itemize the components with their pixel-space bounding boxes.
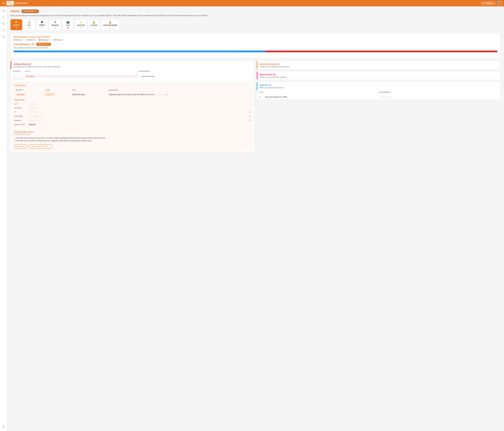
step-2: 2. Re-check your workflow to ensure that… xyxy=(14,140,251,142)
advice-table-header: TYPE STREAMNAME xyxy=(257,90,500,94)
critical-alerts-section: Critical Alerts (1) By expanding the ale… xyxy=(10,61,254,152)
critical-alert-detail: Critical Alert SEVERITY CODE TYPE MESSSA… xyxy=(12,82,252,150)
support-ticket-button[interactable]: Open Support Ticket ↗ xyxy=(29,144,52,149)
sidebar-item-extra[interactable]: ⊕ xyxy=(1,34,6,39)
support-label: Open Support Ticket xyxy=(32,145,47,148)
separator3: | xyxy=(52,39,52,41)
tab-lockedbyadmin[interactable]: 🔒 LOCKEDBYADMIN 1 xyxy=(101,19,119,30)
field-server: SERVER bingest-eu-fra-01 ⧉ xyxy=(14,118,251,123)
detail-type-header: TYPE xyxy=(71,88,108,92)
detail-message-value: Duplicated ingests have been found with … xyxy=(108,92,251,97)
action-buttons: ▶ Playout Open Support Ticket ↗ xyxy=(14,144,251,149)
tab-alerts[interactable]: 🔔 ALERTS 1 xyxy=(10,19,22,30)
right-alerts-column: Moderate Alerts (0) There are no moderat… xyxy=(257,61,501,152)
search-icon: 🔍 xyxy=(483,2,485,4)
detail-message-header: MESSSAGE xyxy=(108,88,251,92)
detail-critical-badge: 🔥 Critical xyxy=(16,93,26,96)
tab-all[interactable]: 📋 ALL ---- xyxy=(23,19,35,30)
user-avatar[interactable]: 👤 xyxy=(497,1,502,5)
fire-icon: 🔥 xyxy=(26,75,28,77)
documentation-button[interactable]: Documenation ↗ xyxy=(21,9,39,13)
separator1: | xyxy=(25,39,25,41)
alerts-columns: Critical Alerts (1) By expanding the ale… xyxy=(10,61,501,152)
expand-icon[interactable]: ▲ xyxy=(13,75,25,77)
detail-code-header: CODE xyxy=(44,88,71,92)
moderate-section-title: Moderate Alerts (0) xyxy=(260,63,498,65)
moderate-section-desc: There are no moderate alerts reported. xyxy=(260,66,498,68)
sidebar: ⊞ ≡ ⊕ ◎ ⊕ ⬇ xyxy=(0,6,7,155)
live-tab-icon: 📺 xyxy=(66,21,70,24)
critical-section-desc: By expanding the alerts you can learn mo… xyxy=(14,66,252,68)
tab-locked[interactable]: 🔒 LOCKED 1 xyxy=(88,19,100,30)
critical-badge: 🔥 Critical xyxy=(25,75,138,78)
copy-ip-button[interactable]: ⧉ xyxy=(249,111,251,113)
minor-badge: Minor: 0 xyxy=(27,39,35,41)
logo-image: nanoCLOUD xyxy=(6,1,14,5)
copy-server-button[interactable]: ⧉ xyxy=(249,119,251,122)
stream-info-title: Stream Info xyxy=(14,99,251,101)
advice-badge: Advices: 1 xyxy=(14,39,23,41)
external-link-icon2: ↗ xyxy=(47,43,49,45)
critical-table-header: SEVERITY TYPE ▲ STREAMNAME xyxy=(11,69,254,73)
sidebar-item-streams[interactable]: ≡ xyxy=(1,15,6,20)
alerts-description: Alerts are providing more transparent in… xyxy=(10,14,501,17)
tab-created[interactable]: ⬆ CREATED 1 xyxy=(49,19,61,30)
live-streams-header: Live Streams: 81 How to use ↗ xyxy=(14,43,497,46)
logo: nanoCLOUD Dashboard xyxy=(6,1,27,5)
tab-live[interactable]: 📺 LIVE 81 xyxy=(62,19,74,30)
moderate-alerts-section: Moderate Alerts (0) There are no moderat… xyxy=(257,61,501,69)
minor-section-desc: There are no minor alerts reported. xyxy=(260,76,498,78)
critical-section-title: Critical Alerts (1) xyxy=(14,63,252,65)
how-to-use-button[interactable]: How to use ↗ xyxy=(36,43,51,46)
field-ip: IP xxx.xxx.xxx.xxx ⧉ xyxy=(14,110,251,114)
deleted-tab-icon: ⚡ xyxy=(79,21,82,24)
responding-subtitle: A Step-by-Step Guide xyxy=(14,133,251,135)
hamburger-menu[interactable]: ☰ xyxy=(2,2,5,5)
detail-title: Critical Alert xyxy=(14,84,251,87)
advice-expand-icon[interactable]: ▼ xyxy=(259,96,265,98)
search-button[interactable]: 🔍 Search... xyxy=(481,1,495,5)
severity-header: SEVERITY xyxy=(13,70,25,72)
advice-streamname-header: STREAMNAME xyxy=(378,91,498,93)
code-badge[interactable]: 24103 ↗ xyxy=(45,93,54,96)
analysis-note: This analysis is based on the last 15 mi… xyxy=(14,47,497,49)
field-provider: PROVIDER GTT Telecom SRL ⧉ xyxy=(14,114,251,118)
detail-severity-header: SEVERITY xyxy=(14,88,44,92)
responding-steps: 1. This alert means there are more than … xyxy=(14,137,251,142)
field-resolution: RESOLUTION 864x486 xyxy=(14,123,251,127)
tab-deleted[interactable]: ⚡ DELETED ---- xyxy=(75,19,87,30)
filter-tabs: 🔔 ALERTS 1 📋 ALL ---- ⏹ ENDED ---- ⬆ CRE… xyxy=(10,19,501,30)
health-badges: Advices: 1 | Minor: 0 | Moderate: 0 | Cr… xyxy=(14,39,497,41)
detail-type-value: Duplicated ingest xyxy=(71,92,108,97)
detail-code-value: 24103 ↗ xyxy=(44,92,71,97)
advice-stream-name: [stream name] xyxy=(381,96,498,98)
critical-alert-row[interactable]: ▲ 🔥 Critical Duplicated ingest [stream n… xyxy=(11,73,254,81)
alert-type-label: Duplicated ingest xyxy=(141,75,252,77)
progress-critical xyxy=(265,51,497,52)
type-header: TYPE ▲ xyxy=(25,70,138,72)
health-title: Health Status of your Live Streams xyxy=(14,35,497,38)
minor-alerts-section: Minor Alerts (0) There are no minor aler… xyxy=(257,71,501,80)
copy-provider-button[interactable]: ⧉ xyxy=(249,115,251,117)
search-label: Search... xyxy=(486,2,494,4)
sidebar-item-analytics[interactable]: ◎ xyxy=(1,27,6,33)
main-content: Alerts Documenation ↗ Alerts are providi… xyxy=(7,6,504,155)
advice-section: Advices (1) We've got some advices for y… xyxy=(257,82,501,100)
progress-bar xyxy=(14,51,497,52)
minor-section-header: Minor Alerts (0) There are no minor aler… xyxy=(257,71,500,80)
playout-button[interactable]: ▶ Playout xyxy=(14,144,27,149)
tab-ended[interactable]: ⏹ ENDED ---- xyxy=(36,19,48,30)
app-title: Dashboard xyxy=(15,2,27,5)
sidebar-item-create[interactable]: ⊕ xyxy=(1,21,6,26)
advice-row[interactable]: ▼ Recommendation for ABR [stream name] xyxy=(257,94,500,100)
locked-tab-icon: 🔒 xyxy=(92,21,96,24)
progress-healthy xyxy=(14,51,265,52)
advice-type-value: Recommendation for ABR xyxy=(265,96,381,98)
sidebar-item-dashboard[interactable]: ⊞ xyxy=(1,8,6,13)
playout-label: Playout xyxy=(19,145,25,148)
minor-section-title: Minor Alerts (0) xyxy=(260,73,498,76)
lockedbyadmin-tab-icon: 🔒 xyxy=(108,21,112,24)
advice-section-desc: We've got some advices for you. xyxy=(260,87,498,89)
responding-section: Responding to Alerts A Step-by-Step Guid… xyxy=(14,129,251,142)
doc-badge-label: Documenation xyxy=(23,10,35,12)
